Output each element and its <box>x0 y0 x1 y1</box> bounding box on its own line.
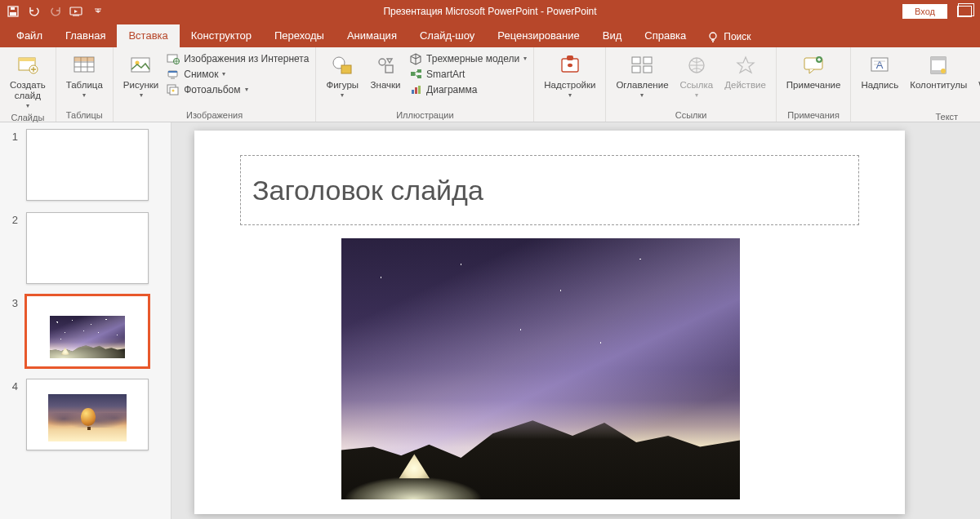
thumb-row[interactable]: 1 <box>10 129 161 201</box>
addins-button[interactable]: Надстройки ▾ <box>541 51 599 100</box>
svg-rect-27 <box>415 87 417 94</box>
chevron-down-icon: ▾ <box>82 92 86 99</box>
tab-transitions[interactable]: Переходы <box>263 24 336 47</box>
icons-icon <box>372 52 399 78</box>
thumb-number: 1 <box>10 129 18 201</box>
slide-thumbnail-1[interactable] <box>26 129 149 201</box>
title-bar: Презентация Microsoft PowerPoint - Power… <box>0 0 980 23</box>
tab-view[interactable]: Вид <box>591 24 634 47</box>
group-label: Изображения <box>186 109 243 120</box>
tell-me-search[interactable]: Поиск <box>697 26 760 47</box>
thumb-number: 4 <box>10 379 18 450</box>
shapes-button[interactable]: Фигуры ▾ <box>323 51 362 100</box>
chevron-down-icon: ▾ <box>222 71 225 78</box>
svg-rect-23 <box>411 72 415 76</box>
header-footer-button[interactable]: Колонтитулы <box>906 51 970 92</box>
action-button[interactable]: Действие <box>721 51 769 92</box>
title-placeholder-text: Заголовок слайда <box>252 175 483 206</box>
inserted-picture[interactable] <box>341 238 740 499</box>
svg-rect-15 <box>168 71 177 73</box>
thumb-row[interactable]: 3 <box>10 295 161 367</box>
redo-icon[interactable] <box>49 5 62 18</box>
svg-rect-31 <box>632 57 640 64</box>
action-icon <box>733 52 759 78</box>
document-title: Презентация Microsoft PowerPoint - Power… <box>0 6 980 17</box>
svg-rect-34 <box>644 66 652 73</box>
link-icon <box>684 52 710 78</box>
tell-me-label: Поиск <box>724 31 751 42</box>
online-pictures-button[interactable]: Изображения из Интернета <box>167 52 309 65</box>
table-button[interactable]: Таблица ▾ <box>63 51 106 100</box>
tab-review[interactable]: Рецензирование <box>486 24 590 47</box>
tab-animations[interactable]: Анимация <box>336 24 408 47</box>
wordart-button[interactable]: A WordArt ▾ <box>975 51 980 100</box>
new-slide-button[interactable]: Создать слайд ▾ <box>7 51 49 111</box>
sign-in-button[interactable]: Вход <box>902 4 947 19</box>
new-slide-icon <box>15 52 41 78</box>
shapes-icon <box>329 52 355 78</box>
svg-rect-25 <box>417 75 421 78</box>
slide-thumbnail-3[interactable] <box>26 295 149 367</box>
pictures-button[interactable]: Рисунки ▾ <box>120 51 162 100</box>
chevron-down-icon: ▾ <box>523 55 527 62</box>
save-icon[interactable] <box>7 5 20 18</box>
photo-album-icon <box>167 83 180 96</box>
tab-file[interactable]: Файл <box>5 24 54 47</box>
group-label: Ссылки <box>675 109 707 120</box>
link-button[interactable]: Ссылка ▾ <box>677 51 717 100</box>
group-tables: Таблица ▾ Таблицы <box>56 47 114 122</box>
tab-design[interactable]: Конструктор <box>180 24 263 47</box>
ribbon-tabs: Файл Главная Вставка Конструктор Переход… <box>0 23 980 47</box>
chevron-down-icon: ▾ <box>568 92 572 99</box>
smartart-button[interactable]: SmartArt <box>409 68 527 81</box>
group-label: Слайды <box>11 111 44 122</box>
3d-models-button[interactable]: Трехмерные модели ▾ <box>409 52 527 65</box>
textbox-icon: A <box>866 52 893 78</box>
lightbulb-icon <box>707 31 719 42</box>
toc-button[interactable]: Оглавление ▾ <box>612 51 671 100</box>
start-from-beginning-icon[interactable] <box>70 5 83 18</box>
svg-rect-2 <box>11 7 15 10</box>
icons-button[interactable]: Значки <box>367 51 404 92</box>
tab-home[interactable]: Главная <box>54 24 117 47</box>
thumb-number: 2 <box>10 212 18 284</box>
slide-editor-area[interactable]: Заголовок слайда <box>172 122 980 519</box>
textbox-button[interactable]: A Надпись <box>858 51 902 92</box>
tab-slideshow[interactable]: Слайд-шоу <box>408 24 486 47</box>
photo-album-button[interactable]: Фотоальбом ▾ <box>167 83 309 96</box>
window-restore-icon[interactable] <box>957 6 972 17</box>
ribbon: Создать слайд ▾ Слайды Таблица ▾ Таблицы… <box>0 47 980 122</box>
thumb-row[interactable]: 2 <box>10 212 161 284</box>
thumb-row[interactable]: 4 <box>10 379 161 450</box>
svg-point-43 <box>941 69 946 73</box>
tab-insert[interactable]: Вставка <box>117 24 179 47</box>
svg-point-18 <box>172 90 175 92</box>
svg-point-4 <box>710 33 716 39</box>
svg-rect-28 <box>418 86 421 94</box>
screenshot-button[interactable]: Снимок ▾ <box>167 68 309 81</box>
group-images: Рисунки ▾ Изображения из Интернета Снимо… <box>114 47 317 122</box>
chevron-down-icon: ▾ <box>341 92 344 99</box>
thumb-number: 3 <box>10 295 18 367</box>
group-label: Иллюстрации <box>396 109 453 120</box>
chart-button[interactable]: Диаграмма <box>409 83 527 96</box>
svg-rect-1 <box>10 12 16 16</box>
undo-icon[interactable] <box>28 5 41 18</box>
slide-thumbnail-4[interactable] <box>26 379 149 450</box>
group-label: Примечания <box>787 109 840 120</box>
workspace: 1 2 3 4 Заголовок сл <box>0 122 980 519</box>
online-pictures-icon <box>167 52 180 65</box>
slide-thumbnail-2[interactable] <box>26 212 149 284</box>
header-footer-icon <box>925 52 951 78</box>
comment-button[interactable]: Примечание <box>783 51 844 92</box>
tab-help[interactable]: Справка <box>633 24 697 47</box>
title-placeholder[interactable]: Заголовок слайда <box>240 155 859 225</box>
qat-customize-icon[interactable] <box>91 5 105 18</box>
toc-icon <box>629 52 655 78</box>
svg-point-21 <box>379 59 385 65</box>
chevron-down-icon: ▾ <box>26 103 29 109</box>
slide-canvas[interactable]: Заголовок слайда <box>194 131 905 514</box>
group-text: A Надпись Колонтитулы A WordArt ▾ # Текс… <box>851 47 980 122</box>
group-addins: Надстройки ▾ <box>534 47 606 122</box>
svg-rect-20 <box>341 65 351 73</box>
